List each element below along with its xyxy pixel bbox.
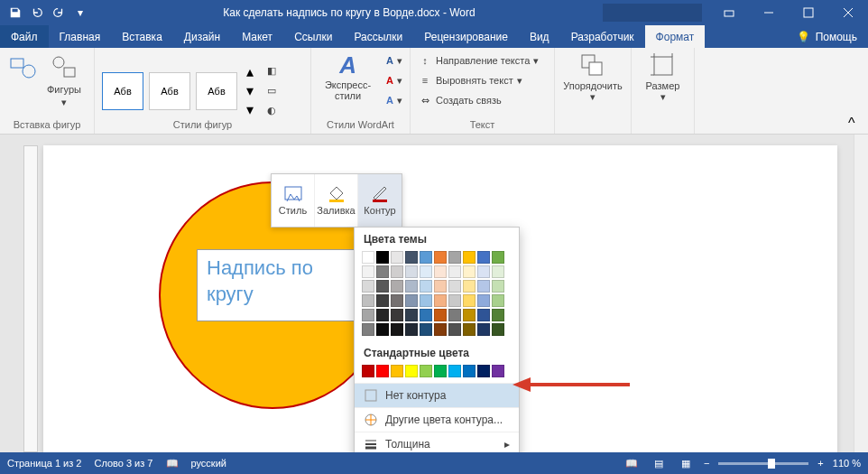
zoom-slider[interactable] [718, 462, 808, 465]
color-swatch[interactable] [463, 280, 476, 293]
color-swatch[interactable] [477, 323, 490, 336]
color-swatch[interactable] [420, 280, 432, 293]
color-swatch[interactable] [376, 251, 389, 264]
color-swatch[interactable] [376, 294, 389, 307]
color-swatch[interactable] [376, 309, 389, 321]
read-mode-icon[interactable]: 📖 [623, 456, 641, 470]
color-swatch[interactable] [405, 251, 418, 264]
tab-references[interactable]: Ссылки [283, 25, 343, 48]
style-scroll-down-icon[interactable]: ▾ [246, 82, 254, 99]
tab-developer[interactable]: Разработчик [560, 25, 645, 48]
color-swatch[interactable] [477, 251, 490, 264]
color-swatch[interactable] [477, 280, 490, 293]
color-swatch[interactable] [434, 365, 447, 377]
text-effects-button[interactable]: A▾ [386, 91, 402, 109]
color-swatch[interactable] [463, 251, 476, 264]
color-swatch[interactable] [420, 294, 432, 307]
web-layout-icon[interactable]: ▦ [677, 456, 695, 470]
no-outline-item[interactable]: Нет контура [355, 383, 519, 407]
color-swatch[interactable] [477, 265, 490, 278]
color-swatch[interactable] [362, 365, 374, 377]
color-swatch[interactable] [420, 323, 432, 336]
shapes-gallery[interactable] [7, 51, 40, 84]
color-swatch[interactable] [434, 280, 447, 293]
tab-view[interactable]: Вид [519, 25, 560, 48]
color-swatch[interactable] [405, 323, 418, 336]
mini-style-button[interactable]: Стиль [272, 174, 315, 227]
redo-icon[interactable] [49, 3, 69, 23]
color-swatch[interactable] [405, 280, 418, 293]
tab-format[interactable]: Формат [645, 25, 706, 48]
size-button[interactable]: Размер▾ [639, 51, 687, 103]
vertical-scrollbar[interactable] [854, 135, 868, 452]
tab-design[interactable]: Дизайн [173, 25, 231, 48]
shape-fill-button[interactable]: ◧ [264, 62, 279, 80]
color-swatch[interactable] [477, 309, 490, 321]
help-section[interactable]: 💡 Помощь [786, 25, 868, 48]
text-fill-button[interactable]: A▾ [386, 51, 402, 70]
spellcheck-icon[interactable]: 📖 [166, 458, 179, 469]
color-swatch[interactable] [492, 323, 504, 336]
color-swatch[interactable] [448, 280, 461, 293]
color-swatch[interactable] [362, 280, 374, 293]
qat-dropdown-icon[interactable]: ▾ [70, 3, 90, 23]
maximize-icon[interactable] [789, 0, 828, 25]
mini-outline-button[interactable]: Контур [358, 174, 402, 227]
word-count[interactable]: Слово 3 из 7 [94, 458, 152, 469]
weight-item[interactable]: Толщина ▸ [355, 432, 519, 452]
color-swatch[interactable] [434, 265, 447, 278]
ribbon-display-icon[interactable] [709, 0, 749, 25]
language-indicator[interactable]: русский [191, 458, 226, 469]
wordart-gallery[interactable]: A Экспресс-стили [319, 51, 377, 101]
shape-style-3[interactable]: Абв [196, 72, 237, 110]
color-swatch[interactable] [448, 251, 461, 264]
color-swatch[interactable] [463, 365, 476, 377]
color-swatch[interactable] [391, 251, 403, 264]
color-swatch[interactable] [362, 251, 374, 264]
undo-icon[interactable] [27, 3, 47, 23]
color-swatch[interactable] [391, 323, 403, 336]
color-swatch[interactable] [448, 323, 461, 336]
zoom-level[interactable]: 110 % [833, 458, 861, 469]
zoom-out-icon[interactable]: − [704, 458, 709, 469]
color-swatch[interactable] [463, 323, 476, 336]
vertical-ruler[interactable] [23, 145, 38, 452]
color-swatch[interactable] [391, 309, 403, 321]
tab-home[interactable]: Главная [49, 25, 112, 48]
color-swatch[interactable] [420, 309, 432, 321]
page-indicator[interactable]: Страница 1 из 2 [7, 458, 81, 469]
color-swatch[interactable] [391, 280, 403, 293]
color-swatch[interactable] [362, 294, 374, 307]
user-account[interactable] [603, 4, 702, 22]
color-swatch[interactable] [448, 309, 461, 321]
tab-file[interactable]: Файл [0, 25, 49, 48]
color-swatch[interactable] [448, 265, 461, 278]
text-outline-button[interactable]: A▾ [386, 71, 402, 89]
color-swatch[interactable] [492, 294, 504, 307]
color-swatch[interactable] [420, 265, 432, 278]
minimize-icon[interactable] [749, 0, 789, 25]
color-swatch[interactable] [434, 294, 447, 307]
color-swatch[interactable] [405, 265, 418, 278]
color-swatch[interactable] [405, 309, 418, 321]
shapes-dropdown[interactable]: Фигуры ▾ [45, 51, 83, 110]
text-box[interactable]: Надпись по кругу [197, 249, 359, 321]
collapse-ribbon-icon[interactable]: ^ [848, 116, 863, 130]
align-text-button[interactable]: ≡Выровнять текст ▾ [418, 71, 547, 89]
color-swatch[interactable] [405, 365, 418, 377]
tab-insert[interactable]: Вставка [111, 25, 173, 48]
shape-style-2[interactable]: Абв [149, 72, 190, 110]
color-swatch[interactable] [405, 294, 418, 307]
arrange-button[interactable]: Упорядочить▾ [562, 51, 623, 103]
zoom-in-icon[interactable]: + [817, 458, 823, 469]
color-swatch[interactable] [376, 280, 389, 293]
color-swatch[interactable] [492, 309, 504, 321]
create-link-button[interactable]: ⇔Создать связь [418, 91, 547, 109]
color-swatch[interactable] [477, 294, 490, 307]
color-swatch[interactable] [448, 365, 461, 377]
color-swatch[interactable] [448, 294, 461, 307]
color-swatch[interactable] [420, 251, 432, 264]
style-more-icon[interactable]: ▾ [246, 101, 254, 118]
color-swatch[interactable] [492, 265, 504, 278]
shape-outline-button[interactable]: ▭ [264, 82, 279, 100]
